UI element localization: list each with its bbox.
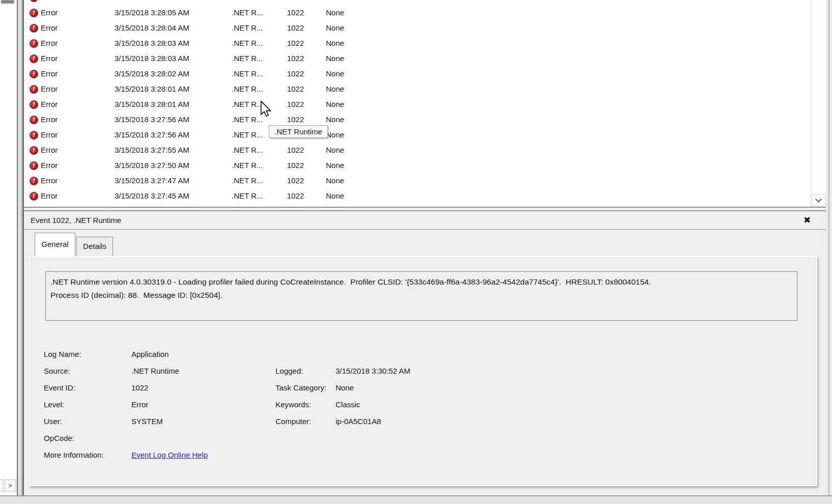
details-header: Event 1022, .NET Runtime ✖ — [24, 211, 826, 230]
event-fields: Log Name:ApplicationSource:.NET RuntimeL… — [44, 346, 410, 463]
field-value: .NET Runtime — [131, 362, 275, 379]
field-label: Log Name: — [44, 346, 131, 362]
error-icon — [30, 146, 38, 155]
field-value — [336, 346, 410, 362]
event-list-row[interactable]: Error 3/15/2018 3:28:04 AM .NET R... 102… — [24, 20, 811, 36]
event-rows: Error 3/15/2018 3:28:05 AM .NET R... 102… — [24, 0, 811, 204]
field-label — [275, 430, 336, 446]
field-label: Logged: — [275, 362, 336, 379]
scroll-left-button[interactable] — [0, 480, 3, 491]
event-details-pane: Event 1022, .NET Runtime ✖ General Detai… — [24, 210, 826, 496]
bottom-strip — [0, 496, 832, 504]
event-list-row[interactable]: Error 3/15/2018 3:27:47 AM .NET R... 102… — [24, 173, 811, 188]
pane-splitter[interactable] — [17, 0, 24, 495]
tree-pane: > — [0, 0, 17, 495]
error-icon — [30, 161, 38, 170]
chevron-down-icon — [815, 196, 822, 203]
event-list-row[interactable]: Error 3/15/2018 3:28:01 AM .NET R... 102… — [24, 97, 811, 112]
field-value: Application — [131, 346, 275, 362]
field-value: Error — [131, 396, 275, 413]
tab-general[interactable]: General — [35, 233, 75, 257]
tab-details[interactable]: Details — [76, 237, 113, 257]
event-list-row[interactable]: Error 3/15/2018 3:27:50 AM .NET R... 102… — [24, 158, 811, 173]
field-label: More Information: — [44, 446, 131, 463]
right-gutter — [826, 0, 832, 504]
field-label: Keywords: — [275, 396, 336, 413]
general-tab-panel: .NET Runtime version 4.0.30319.0 - Loadi… — [29, 256, 817, 486]
close-icon: ✖ — [803, 215, 811, 225]
error-icon — [30, 54, 38, 63]
field-value: 1022 — [131, 379, 275, 396]
scroll-right-button[interactable]: > — [5, 480, 16, 491]
field-value: ip-0A5C01A8 — [336, 413, 410, 430]
event-list: Error 3/15/2018 3:28:05 AM .NET R... 102… — [24, 0, 826, 208]
event-viewer-screen: > Error 3/15/2018 3:28:05 AM .NET R... 1… — [0, 0, 832, 504]
error-icon — [30, 177, 38, 185]
clipped-tree-text — [1, 0, 14, 4]
error-icon — [30, 24, 38, 33]
field-value: SYSTEM — [131, 413, 275, 430]
close-button[interactable]: ✖ — [800, 214, 814, 227]
field-value: Classic — [336, 396, 410, 413]
event-message-line2: Process ID (decimal): 88. Message ID: [0… — [50, 291, 223, 299]
event-message-line1: .NET Runtime version 4.0.30319.0 - Loadi… — [50, 277, 651, 286]
field-value: None — [336, 379, 410, 396]
error-icon — [30, 9, 38, 17]
field-label: User: — [44, 413, 131, 430]
error-icon — [30, 100, 38, 109]
field-label: Event ID: — [44, 379, 131, 396]
error-icon — [30, 116, 38, 124]
field-label: Task Category: — [275, 379, 336, 396]
scroll-right-icon: > — [8, 482, 12, 489]
list-vertical-scrollbar[interactable] — [811, 0, 826, 207]
error-icon — [30, 70, 38, 78]
details-title: Event 1022, .NET Runtime — [31, 211, 121, 230]
field-label: Computer: — [275, 413, 336, 430]
event-list-row[interactable]: Error 3/15/2018 3:27:56 AM .NET R... 102… — [24, 127, 811, 143]
event-log-online-help-link[interactable]: Event Log Online Help — [131, 451, 208, 459]
event-list-row[interactable]: Error 3/15/2018 3:28:03 AM .NET R... 102… — [24, 36, 811, 51]
event-list-row-partial[interactable]: Error 3/15/2018 3:28:05 AM .NET R... 102… — [24, 0, 811, 5]
field-value: 3/15/2018 3:30:52 AM — [336, 362, 410, 379]
event-list-row[interactable]: Error 3/15/2018 3:28:03 AM .NET R... 102… — [24, 51, 811, 66]
error-icon — [30, 131, 38, 139]
scroll-down-button[interactable] — [812, 194, 825, 206]
more-info-cell: Event Log Online Help — [131, 446, 275, 463]
field-label: Level: — [44, 396, 131, 413]
mouse-cursor-icon — [260, 101, 271, 117]
error-icon — [30, 0, 38, 2]
error-icon — [30, 39, 38, 48]
source-tooltip: .NET Runtime — [269, 125, 328, 138]
field-value — [336, 430, 410, 446]
error-icon — [30, 85, 38, 94]
field-label: Source: — [44, 362, 131, 379]
error-icon — [30, 192, 38, 201]
field-label: OpCode: — [44, 430, 131, 446]
event-list-row[interactable]: Error 3/15/2018 3:28:05 AM .NET R... 102… — [24, 5, 811, 20]
event-list-row[interactable]: Error 3/15/2018 3:28:02 AM .NET R... 102… — [24, 66, 811, 81]
event-list-row[interactable]: Error 3/15/2018 3:27:55 AM .NET R... 102… — [24, 143, 811, 158]
event-message: .NET Runtime version 4.0.30319.0 - Loadi… — [45, 271, 797, 321]
tree-horizontal-scrollbar[interactable]: > — [0, 479, 17, 492]
event-list-row[interactable]: Error 3/15/2018 3:28:01 AM .NET R... 102… — [24, 81, 811, 97]
event-list-row[interactable]: Error 3/15/2018 3:27:56 AM .NET R... 102… — [24, 112, 811, 127]
field-label — [275, 346, 336, 362]
field-value — [131, 430, 275, 446]
event-list-row[interactable]: Error 3/15/2018 3:27:45 AM .NET R... 102… — [24, 188, 811, 204]
